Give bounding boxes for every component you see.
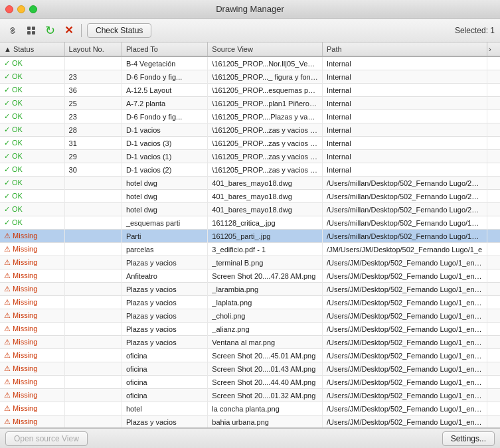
cell-status: ✓ OK xyxy=(0,150,64,163)
table-row[interactable]: ⚠ MissingPlazas y vacios_alianz.png/User… xyxy=(0,323,500,336)
cell-placed-to: hotel dwg xyxy=(122,190,207,203)
table-row[interactable]: ✓ OKhotel dwg401_bares_mayo18.dwg/Users/… xyxy=(0,203,500,216)
col-header-path[interactable]: Path xyxy=(322,42,487,56)
link-icon[interactable] xyxy=(5,23,20,38)
cell-status: ✓ OK xyxy=(0,177,64,190)
col-header-placed[interactable]: Placed To xyxy=(122,42,207,56)
cell-status: ✓ OK xyxy=(0,123,64,137)
cell-placed-to: Anfiteatro xyxy=(122,269,207,283)
missing-indicator: ⚠ Missing xyxy=(4,245,37,253)
table-row[interactable]: ⚠ MissingPlazas y vaciosbahia urbana.png… xyxy=(0,415,500,429)
col-header-arrow: › xyxy=(487,42,500,56)
table-row[interactable]: ✓ OK29D-1 vacios (1)\161205_PROP...zas y… xyxy=(0,150,500,163)
table-row[interactable]: ⚠ MissingoficinaScreen Shot 20....01.43 … xyxy=(0,362,500,376)
cell-path: /Users/millan/Desktop/502_Fernando Lugo/… xyxy=(322,203,487,216)
table-row[interactable]: ✓ OK31D-1 vacios (3)\161205_PROP...zas y… xyxy=(0,137,500,150)
cell-source-view: 3_edificio.pdf - 1 xyxy=(208,243,323,256)
table-row[interactable]: ✓ OK30D-1 vacios (2)\161205_PROP...zas y… xyxy=(0,163,500,177)
close-icon[interactable]: ✕ xyxy=(61,23,76,38)
cell-layout-no xyxy=(64,177,122,190)
check-status-button[interactable]: Check Status xyxy=(87,23,151,38)
layout-icon[interactable] xyxy=(24,23,39,38)
cell-arrow xyxy=(487,376,500,389)
cell-source-view: \161205_PROP...zas y vacios (1) xyxy=(208,123,323,137)
col-header-source[interactable]: Source View xyxy=(208,42,323,56)
cell-layout-no: 36 xyxy=(64,84,122,97)
missing-indicator: ⚠ Missing xyxy=(4,258,37,266)
cell-source-view: _alianz.png xyxy=(208,323,323,336)
table-row[interactable]: ⚠ MissingPlazas y vacios_terminal B.png/… xyxy=(0,256,500,269)
cell-placed-to: oficina xyxy=(122,362,207,376)
cell-source-view: Screen Shot 20....01.32 AM.png xyxy=(208,389,323,402)
toolbar-separator xyxy=(81,24,82,37)
ok-indicator: ✓ OK xyxy=(4,72,23,80)
col-header-layout[interactable]: Layout No. xyxy=(64,42,122,56)
table-row[interactable]: ✓ OKhotel dwg401_bares_mayo18.dwg/Users/… xyxy=(0,190,500,203)
cell-status: ⚠ Missing xyxy=(0,243,64,256)
settings-button[interactable]: Settings... xyxy=(442,431,495,446)
table-row[interactable]: ⚠ MissingoficinaScreen Shot 20....45.01 … xyxy=(0,349,500,362)
cell-arrow xyxy=(487,110,500,123)
cell-placed-to: D-6 Fondo y fig... xyxy=(122,110,207,123)
cell-layout-no xyxy=(64,349,122,362)
cell-arrow xyxy=(487,309,500,323)
cell-path: /Users/JM/Desktop/502_Fernando Lugo/1_en… xyxy=(322,376,487,389)
cell-source-view: 161128_critica_.jpg xyxy=(208,216,323,230)
table-row[interactable]: ✓ OK23D-6 Fondo y fig...\161205_PROP..._… xyxy=(0,70,500,84)
table-row[interactable]: ✓ OKB-4 Vegetación\161205_PROP...Nor.ll|… xyxy=(0,56,500,70)
table-row[interactable]: ✓ OK23D-6 Fondo y fig...\161205_PROP....… xyxy=(0,110,500,123)
cell-placed-to: Plazas y vacios xyxy=(122,283,207,296)
table-row[interactable]: ✓ OK25A-7.2 planta\161205_PROP...plan1 P… xyxy=(0,97,500,110)
cell-arrow xyxy=(487,56,500,70)
cell-path: Internal xyxy=(322,56,487,70)
table-wrapper[interactable]: ▲ Status Layout No. Placed To Source Vie… xyxy=(0,42,500,428)
cell-arrow xyxy=(487,190,500,203)
table-row[interactable]: ⚠ MissingPlazas y vaciosVentana al mar.p… xyxy=(0,336,500,349)
open-source-view-button[interactable]: Open source View xyxy=(5,431,88,446)
table-row[interactable]: ⚠ MissingPlazas y vacios_laplata.png/Use… xyxy=(0,296,500,309)
missing-indicator: ⚠ Missing xyxy=(4,325,37,333)
table-row[interactable]: ⚠ Missinghotella concha planta.png/Users… xyxy=(0,402,500,415)
table-body: ✓ OKB-4 Vegetación\161205_PROP...Nor.ll|… xyxy=(0,56,500,428)
missing-indicator: ⚠ Missing xyxy=(4,232,37,240)
cell-source-view: bahia urbana.png xyxy=(208,415,323,429)
cell-source-view: Screen Shot 20....01.43 AM.png xyxy=(208,362,323,376)
cell-arrow xyxy=(487,97,500,110)
svg-rect-2 xyxy=(27,31,31,35)
cell-status: ⚠ Missing xyxy=(0,336,64,349)
table-row[interactable]: ⚠ MissingoficinaScreen Shot 20....01.32 … xyxy=(0,389,500,402)
minimize-button[interactable] xyxy=(17,5,25,13)
table-row[interactable]: ⚠ Missingparcelas3_edificio.pdf - 1/JM/U… xyxy=(0,243,500,256)
table-row[interactable]: ✓ OK28D-1 vacios\161205_PROP...zas y vac… xyxy=(0,123,500,137)
cell-status: ✓ OK xyxy=(0,190,64,203)
cell-path: Internal xyxy=(322,97,487,110)
cell-arrow xyxy=(487,415,500,429)
cell-layout-no xyxy=(64,256,122,269)
table-row[interactable]: ✓ OK36A-12.5 Layout\161205_PROP...esquem… xyxy=(0,84,500,97)
table-row[interactable]: ⚠ MissingPlazas y vacios_choli.png/Users… xyxy=(0,309,500,323)
table-row[interactable]: ✓ OK_esquemas parti161128_critica_.jpg/U… xyxy=(0,216,500,230)
cell-layout-no xyxy=(64,402,122,415)
table-row[interactable]: ⚠ MissingoficinaScreen Shot 20....44.40 … xyxy=(0,376,500,389)
col-header-status[interactable]: ▲ Status xyxy=(0,42,64,56)
cell-layout-no: 23 xyxy=(64,110,122,123)
table-row[interactable]: ⚠ MissingParti161205_parti_.jpg/Users/mi… xyxy=(0,230,500,243)
table-row[interactable]: ✓ OKhotel dwg401_bares_mayo18.dwg/Users/… xyxy=(0,177,500,190)
cell-path: /Users/JM/Desktop/502_Fernando Lugo/1_en… xyxy=(322,415,487,429)
cell-layout-no xyxy=(64,56,122,70)
cell-path: /Users/JM/Desktop/502_Fernando Lugo/1_en… xyxy=(322,296,487,309)
cell-source-view: _terminal B.png xyxy=(208,256,323,269)
cell-path: Internal xyxy=(322,137,487,150)
cell-placed-to: D-1 vacios xyxy=(122,123,207,137)
refresh-icon[interactable]: ↻ xyxy=(42,23,57,38)
close-button[interactable] xyxy=(5,5,13,13)
table-row[interactable]: ⚠ MissingAnfiteatroScreen Shot 20....47.… xyxy=(0,269,500,283)
cell-path: /Users/JM/Desktop/502_Fernando Lugo/1_en… xyxy=(322,349,487,362)
cell-placed-to: D-1 vacios (2) xyxy=(122,163,207,177)
cell-placed-to: D-1 vacios (1) xyxy=(122,150,207,163)
ok-indicator: ✓ OK xyxy=(4,152,23,160)
cell-placed-to: oficina xyxy=(122,376,207,389)
maximize-button[interactable] xyxy=(29,5,37,13)
cell-status: ✓ OK xyxy=(0,216,64,230)
table-row[interactable]: ⚠ MissingPlazas y vacios_larambia.png/Us… xyxy=(0,283,500,296)
